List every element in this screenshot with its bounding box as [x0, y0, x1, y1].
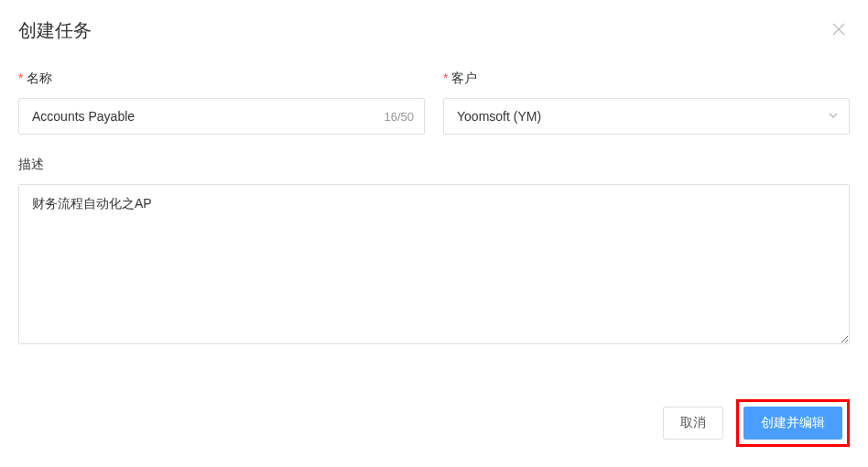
- description-textarea[interactable]: 财务流程自动化之AP: [18, 184, 850, 344]
- customer-label: 客户: [443, 71, 850, 87]
- highlight-box: 创建并编辑: [736, 399, 850, 447]
- cancel-button[interactable]: 取消: [663, 407, 723, 440]
- name-char-count: 16/50: [384, 110, 414, 124]
- name-label: 名称: [18, 71, 425, 87]
- customer-select[interactable]: Yoomsoft (YM): [443, 98, 850, 135]
- dialog-title: 创建任务: [18, 18, 850, 43]
- description-label: 描述: [18, 157, 850, 173]
- create-and-edit-button[interactable]: 创建并编辑: [743, 407, 842, 440]
- name-input[interactable]: [18, 98, 425, 135]
- close-icon[interactable]: [831, 22, 846, 37]
